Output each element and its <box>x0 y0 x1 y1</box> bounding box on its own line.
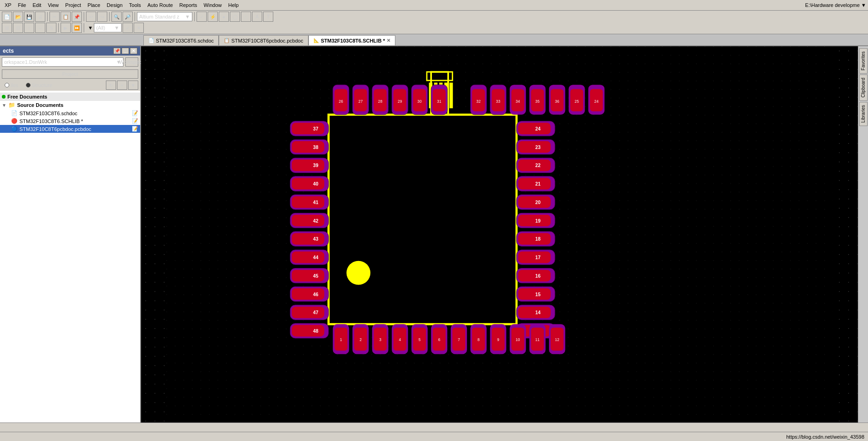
menu-edit[interactable]: Edit <box>30 1 44 9</box>
svg-text:24: 24 <box>594 99 599 104</box>
tree-item-schdoc[interactable]: 📄 STM32F103C8T6.schdoc 📝 <box>0 109 140 117</box>
right-sidebar: Favorites Clipboard Libraries <box>858 46 868 422</box>
print-btn[interactable]: 🖨 <box>35 12 45 22</box>
tb-btn4[interactable]: ◯ <box>230 12 240 22</box>
tab-schlib[interactable]: 📐 STM32F103C8T6.SCHLIB * ✕ <box>308 35 396 45</box>
ptab-files-radio <box>5 83 9 87</box>
svg-rect-44 <box>292 141 324 153</box>
svg-text:47: 47 <box>313 310 319 315</box>
expand-icon: ▼ <box>2 103 6 108</box>
panel-pin-btn[interactable]: 📌 <box>113 48 121 54</box>
tb-row2-7[interactable]: ⏩ <box>72 23 82 33</box>
svg-rect-83 <box>518 160 551 171</box>
svg-text:26: 26 <box>339 99 344 104</box>
paste-btn[interactable]: 📌 <box>72 12 82 22</box>
tb-btn7[interactable]: T <box>263 12 273 22</box>
tree-item-pcbdoc[interactable]: 🔵 STM32F10C8T6pcbdoc.pcbdoc 📝 <box>0 125 140 133</box>
tb-btn5[interactable]: □ <box>241 12 251 22</box>
svg-text:37: 37 <box>313 126 319 131</box>
svg-rect-41 <box>292 123 324 134</box>
tb-btn2[interactable]: ⚡ <box>208 12 218 22</box>
menu-reports[interactable]: Reports <box>177 1 200 9</box>
tb-row2-4[interactable]: ↔ <box>35 23 45 33</box>
green-dot <box>2 95 6 99</box>
svg-text:19: 19 <box>535 218 541 224</box>
menu-project[interactable]: Project <box>62 1 84 9</box>
menu-design[interactable]: Design <box>104 1 125 9</box>
svg-text:18: 18 <box>535 236 541 242</box>
pcb-svg: 37 38 39 40 41 42 <box>141 46 858 422</box>
tb-row2-3[interactable]: ↕ <box>24 23 34 33</box>
new-btn[interactable]: 📄 <box>2 12 12 22</box>
workspace-btn[interactable]: Workspace <box>125 57 138 67</box>
source-docs-section[interactable]: ▼ 📁 Source Documents <box>0 101 140 109</box>
zoom-btn[interactable]: 🔍 <box>111 12 122 22</box>
panel-controls: orkspace1.DsnWrk ▼ Workspace <box>0 56 140 68</box>
panel-add-btn[interactable]: + <box>117 81 127 90</box>
zoom-out-btn[interactable]: 🔎 <box>123 12 133 22</box>
sidebar-tab-libraries[interactable]: Libraries <box>859 102 868 126</box>
tb-btn6[interactable]: A <box>252 12 262 22</box>
panel-refresh-btn[interactable]: ↻ <box>106 81 116 90</box>
svg-text:1: 1 <box>340 337 342 342</box>
pcbdoc-filename: STM32F10C8T6pcbdoc.pcbdoc <box>19 126 91 132</box>
filter-apply-btn[interactable]: ✓ <box>123 23 133 33</box>
tb-row2-2[interactable]: ⊟ <box>13 23 23 33</box>
svg-text:30: 30 <box>418 99 422 104</box>
undo-btn[interactable]: ↩ <box>86 12 96 22</box>
redo-btn[interactable]: ↪ <box>97 12 107 22</box>
pcb-canvas[interactable]: 37 38 39 40 41 42 <box>141 46 858 422</box>
source-docs-label: Source Documents <box>17 102 63 108</box>
svg-text:32: 32 <box>476 99 481 104</box>
sidebar-tab-clipboard[interactable]: Clipboard <box>859 75 868 101</box>
svg-text:44: 44 <box>313 255 319 260</box>
svg-rect-77 <box>518 123 551 134</box>
copy-btn[interactable]: 📋 <box>61 12 71 22</box>
tb-row2-1[interactable]: ⊞ <box>2 23 12 33</box>
tb-btn3[interactable]: ● <box>219 12 229 22</box>
svg-text:12: 12 <box>555 337 560 342</box>
save-btn[interactable]: 💾 <box>24 12 34 22</box>
tab-schdoc[interactable]: 📄 STM32F103C8T6.schdoc <box>143 35 219 45</box>
standard-dropdown[interactable]: Altium Standard z ▼ <box>137 12 192 21</box>
menu-help[interactable]: Help <box>225 1 241 9</box>
menu-view[interactable]: View <box>45 1 62 9</box>
panel-minimize-btn[interactable]: _ <box>122 48 129 54</box>
svg-text:11: 11 <box>536 337 540 342</box>
svg-text:29: 29 <box>398 99 402 104</box>
panel-toolbar: ↻ + ▼ <box>106 81 138 90</box>
cut-btn[interactable]: ✂ <box>49 12 60 22</box>
menu-xp[interactable]: XP <box>2 1 14 9</box>
menu-window[interactable]: Window <box>201 1 224 9</box>
menu-tools[interactable]: Tools <box>126 1 144 9</box>
tree-item-schlib[interactable]: 🔴 STM32F103C8T6.SCHLIB * 📝 <box>0 117 140 125</box>
filter-dropdown[interactable]: (All) ▼ <box>94 23 122 32</box>
title-bar-text: E:\Hardware developme ▼ <box>805 2 866 8</box>
tab-pcbdoc[interactable]: 📋 STM32F10C8T6pcbdoc.pcbdoc <box>219 35 308 45</box>
free-docs-label: Free Documents <box>7 94 47 99</box>
ptab-structure[interactable]: Structure <box>23 81 55 90</box>
menu-place[interactable]: Place <box>85 1 103 9</box>
svg-text:10: 10 <box>516 337 520 342</box>
svg-text:9: 9 <box>497 337 499 342</box>
panel-menu-btn[interactable]: ▼ <box>128 81 138 90</box>
tb-btn1[interactable]: ✓ <box>197 12 207 22</box>
menu-auto-route[interactable]: Auto Route <box>145 1 176 9</box>
open-btn[interactable]: 📂 <box>13 12 23 22</box>
ptab-files[interactable]: iles <box>2 81 21 90</box>
svg-text:36: 36 <box>555 99 560 104</box>
tab-close-schlib[interactable]: ✕ <box>387 38 390 43</box>
tb-row2-6[interactable]: ▶ <box>61 23 71 33</box>
sidebar-tab-favorites[interactable]: Favorites <box>859 48 868 74</box>
svg-rect-56 <box>292 215 324 226</box>
workspace-dropdown[interactable]: orkspace1.DsnWrk ▼ <box>2 57 123 67</box>
panel-close-btn[interactable]: ✕ <box>130 48 137 54</box>
menu-file[interactable]: File <box>15 1 29 9</box>
project-btn[interactable]: Project <box>2 69 138 79</box>
filter-clear-btn[interactable]: ✕ <box>134 23 144 33</box>
schlib-icon: 🔴 <box>11 118 18 124</box>
tb-row2-5[interactable]: ⇅ <box>46 23 56 33</box>
svg-text:46: 46 <box>313 292 319 297</box>
svg-text:38: 38 <box>313 145 319 150</box>
svg-rect-3 <box>328 115 517 324</box>
